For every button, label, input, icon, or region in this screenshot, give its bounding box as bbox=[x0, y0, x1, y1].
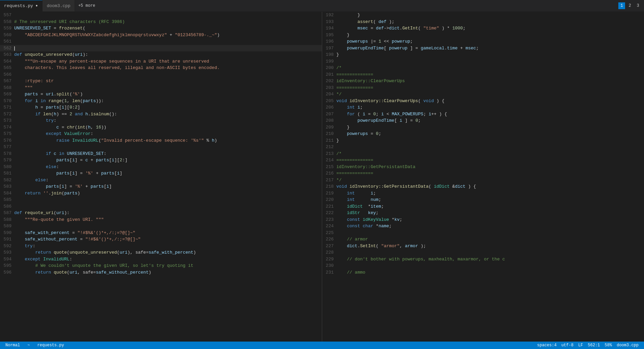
line-581: 581 parts[i] = '%' + parts[i] bbox=[0, 170, 322, 177]
tab-label: requests.py bbox=[4, 3, 33, 8]
line-576: 576 raise InvalidURL("Invalid percent-es… bbox=[0, 137, 322, 144]
rline-219: 219 int i; bbox=[322, 190, 644, 197]
tab-requests-py[interactable]: requests.py• bbox=[0, 0, 43, 11]
line-ending-info[interactable]: LF bbox=[576, 343, 585, 348]
line-579: 579 parts[i] = c + parts[i][2:] bbox=[0, 157, 322, 164]
line-570: 570 for i in range(1, len(parts)): bbox=[0, 98, 322, 104]
rline-197: 197 powerupEndTime[ powerup ] = gameLoca… bbox=[322, 45, 644, 52]
encoding-info[interactable]: utf-8 bbox=[559, 343, 575, 348]
rline-214: 214============== bbox=[322, 157, 644, 164]
line-563: 563def unquote_unreserved(uri): bbox=[0, 51, 322, 58]
rline-212: 212 bbox=[322, 144, 644, 150]
line-588: 588 """Re-quote the given URI. """ bbox=[0, 216, 322, 223]
rline-213: 213/* bbox=[322, 150, 644, 157]
line-590: 590 safe_with_percent = "!#$%&'()*+,/:;=… bbox=[0, 230, 322, 236]
line-585: 585 bbox=[0, 196, 322, 203]
rline-200: 200/* bbox=[322, 65, 644, 71]
rline-194: 194 msec = def->dict.GetInt( "time" ) * … bbox=[322, 25, 644, 32]
line-592: 592 try: bbox=[0, 243, 322, 250]
line-568: 568 """ bbox=[0, 85, 322, 91]
pane-1[interactable]: 1 bbox=[618, 2, 625, 9]
left-pane: 557 558# The unreserved URI characters (… bbox=[0, 12, 322, 342]
line-560: 560 "ABCDEFGHIJKLMNOPQRSTUVWXYZabcdefghi… bbox=[0, 32, 322, 39]
line-589: 589 bbox=[0, 223, 322, 230]
rline-217: 217*/ bbox=[322, 177, 644, 184]
line-577: 577 bbox=[0, 144, 322, 150]
line-595: 595 # We couldn't unquote the given URI,… bbox=[0, 262, 322, 269]
tab-bar: requests.py• doom3.cpp +5 more 1 2 3 bbox=[0, 0, 644, 12]
spaces-label: spaces:4 bbox=[537, 343, 557, 348]
percent-label: 58% bbox=[605, 343, 612, 348]
rline-196: 196 powerups |= 1 << powerup; bbox=[322, 38, 644, 45]
rline-215: 215idInventory::GetPersistantData bbox=[322, 164, 644, 170]
left-code-area[interactable]: 557 558# The unreserved URI characters (… bbox=[0, 12, 322, 342]
line-575: 575 except ValueError: bbox=[0, 131, 322, 137]
line-564: 564 """Un-escape any percent-escape sequ… bbox=[0, 58, 322, 65]
line-565: 565 characters. This leaves all reserved… bbox=[0, 65, 322, 71]
right-filename[interactable]: doom3.cpp bbox=[615, 343, 641, 348]
rline-203: 203============== bbox=[322, 85, 644, 91]
line-591: 591 safe_without_percent = "!#$&'()*+,/:… bbox=[0, 236, 322, 243]
right-code: 192 } 193 assert( def ); 194 msec = def-… bbox=[322, 12, 644, 342]
editor: requests.py• doom3.cpp +5 more 1 2 3 557… bbox=[0, 0, 644, 349]
rline-227: 227 dict.SetInt( "armor", armor ); bbox=[322, 243, 644, 250]
rline-228: 228 bbox=[322, 249, 644, 256]
position-info[interactable]: 562:1 bbox=[586, 343, 602, 348]
tilde-indicator: ~ bbox=[25, 343, 32, 348]
pane-2[interactable]: 2 bbox=[626, 2, 633, 9]
rline-198: 198} bbox=[322, 51, 644, 58]
rline-218: 218void idInventory::GetPersistantData( … bbox=[322, 183, 644, 190]
rline-206: 206 int i; bbox=[322, 104, 644, 111]
rline-216: 216============== bbox=[322, 170, 644, 177]
right-code-area[interactable]: 192 } 193 assert( def ); 194 msec = def-… bbox=[322, 12, 644, 342]
main-content: 557 558# The unreserved URI characters (… bbox=[0, 12, 644, 342]
rline-207: 207 for ( i = 0; i < MAX_POWERUPS; i++ )… bbox=[322, 111, 644, 118]
line-586: 586 bbox=[0, 203, 322, 210]
spaces-info[interactable]: spaces:4 bbox=[535, 343, 559, 348]
rline-231: 231 // ammo bbox=[322, 269, 644, 276]
rline-205: 205void idInventory::ClearPowerUps( void… bbox=[322, 98, 644, 104]
line-ending-label: LF bbox=[578, 343, 583, 348]
rline-210: 210 powerups = 0; bbox=[322, 131, 644, 137]
tab-label: doom3.cpp bbox=[47, 3, 70, 8]
status-right: spaces:4 utf-8 LF 562:1 58% doom3.cpp bbox=[535, 343, 641, 348]
line-580: 580 else: bbox=[0, 164, 322, 170]
mode-label: Normal bbox=[5, 343, 20, 348]
rline-202: 202idInventory::ClearPowerUps bbox=[322, 78, 644, 85]
line-566: 566 bbox=[0, 71, 322, 78]
rline-204: 204*/ bbox=[322, 91, 644, 98]
line-574: 574 c = chr(int(h, 16)) bbox=[0, 124, 322, 131]
line-572: 572 if len(h) == 2 and h.isalnum(): bbox=[0, 111, 322, 118]
pane-indicators: 1 2 3 bbox=[618, 2, 644, 9]
line-567: 567 :rtype: str bbox=[0, 78, 322, 85]
vim-mode[interactable]: Normal bbox=[3, 343, 22, 348]
rline-195: 195 } bbox=[322, 32, 644, 39]
line-571: 571 h = parts[i][0:2] bbox=[0, 104, 322, 111]
rline-209: 209 } bbox=[322, 124, 644, 131]
scroll-percent[interactable]: 58% bbox=[603, 343, 614, 348]
rline-211: 211} bbox=[322, 137, 644, 144]
rline-226: 226 // armor bbox=[322, 236, 644, 243]
tab-doom3-cpp[interactable]: doom3.cpp bbox=[43, 0, 75, 11]
line-578: 578 if c in UNRESERVED_SET: bbox=[0, 150, 322, 157]
tab-more[interactable]: +5 more bbox=[75, 3, 99, 8]
rline-223: 223 const idKeyValue *kv; bbox=[322, 216, 644, 223]
line-559: 559UNRESERVED_SET = frozenset( bbox=[0, 25, 322, 32]
left-code: 557 558# The unreserved URI characters (… bbox=[0, 12, 322, 342]
right-filename-label: doom3.cpp bbox=[617, 343, 639, 348]
encoding-label: utf-8 bbox=[561, 343, 573, 348]
line-557: 557 bbox=[0, 12, 322, 19]
rline-208: 208 powerupEndTime[ i ] = 0; bbox=[322, 117, 644, 124]
rline-225: 225 bbox=[322, 230, 644, 236]
rline-229: 229 // don't bother with powerups, maxhe… bbox=[322, 256, 644, 263]
line-583: 583 parts[i] = '%' + parts[i] bbox=[0, 183, 322, 190]
rline-201: 201============== bbox=[322, 71, 644, 78]
pane-3[interactable]: 3 bbox=[635, 2, 641, 9]
status-bar: Normal ~ requests.py spaces:4 utf-8 LF 5… bbox=[0, 342, 644, 349]
rline-224: 224 const char *name; bbox=[322, 223, 644, 230]
left-filename[interactable]: requests.py bbox=[35, 343, 66, 348]
rline-192: 192 } bbox=[322, 12, 644, 19]
rline-220: 220 int num; bbox=[322, 196, 644, 203]
line-573: 573 try: bbox=[0, 117, 322, 124]
rline-193: 193 assert( def ); bbox=[322, 19, 644, 25]
